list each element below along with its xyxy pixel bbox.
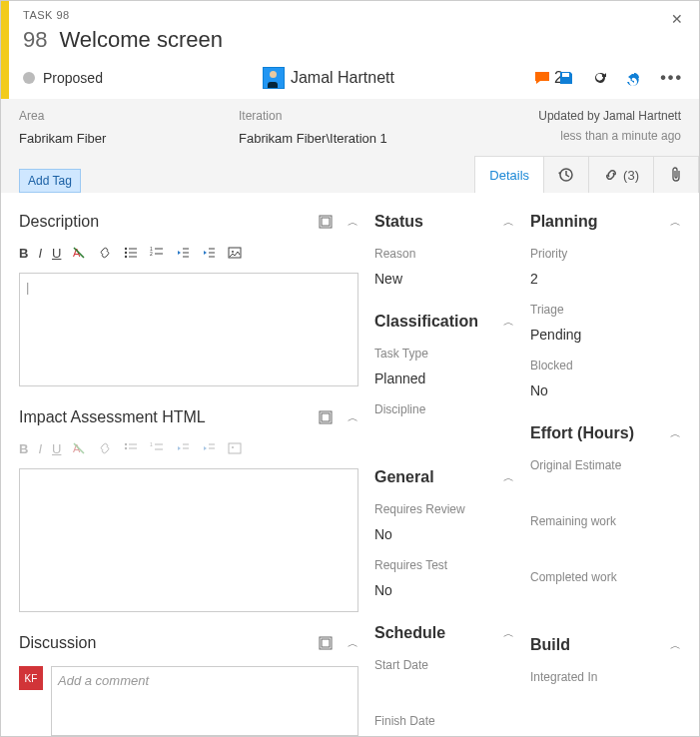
collapse-icon[interactable]: ︿ xyxy=(348,215,358,230)
schedule-heading: Schedule xyxy=(374,624,445,642)
underline-icon[interactable]: U xyxy=(52,246,61,261)
tab-history[interactable] xyxy=(544,156,589,193)
triage-value[interactable]: Pending xyxy=(530,327,681,343)
description-heading: Description xyxy=(19,213,99,231)
history-icon xyxy=(558,167,574,183)
tasktype-label: Task Type xyxy=(374,347,514,361)
svg-point-7 xyxy=(125,256,127,258)
tab-links[interactable]: (3) xyxy=(589,156,654,193)
description-toolbar: B I U A 12 xyxy=(19,245,358,261)
undo-icon[interactable] xyxy=(626,70,642,86)
collapse-icon[interactable]: ︿ xyxy=(670,215,681,230)
outdent-icon[interactable] xyxy=(175,440,191,456)
requires-review-label: Requires Review xyxy=(374,502,514,516)
general-heading: General xyxy=(374,468,434,486)
remaining-work-value[interactable] xyxy=(530,538,681,554)
requires-test-value[interactable]: No xyxy=(374,582,514,598)
svg-rect-24 xyxy=(322,413,330,421)
link-tool-icon[interactable] xyxy=(97,440,113,456)
blocked-label: Blocked xyxy=(530,359,681,372)
bold-icon[interactable]: B xyxy=(19,441,28,456)
bullet-list-icon[interactable] xyxy=(123,245,139,261)
original-estimate-value[interactable] xyxy=(530,482,681,498)
link-icon xyxy=(603,167,619,183)
status-heading: Status xyxy=(374,213,423,231)
completed-work-value[interactable] xyxy=(530,594,681,610)
discipline-value[interactable] xyxy=(374,426,514,442)
number-list-icon[interactable]: 1 xyxy=(149,440,165,456)
priority-label: Priority xyxy=(530,247,681,261)
description-editor[interactable]: | xyxy=(19,273,358,386)
impact-editor[interactable] xyxy=(19,468,358,612)
integrated-in-label: Integrated In xyxy=(530,670,681,684)
tab-details[interactable]: Details xyxy=(474,156,544,193)
links-count: (3) xyxy=(623,168,639,183)
image-icon[interactable] xyxy=(227,245,243,261)
collapse-icon[interactable]: ︿ xyxy=(670,638,681,653)
maximize-icon[interactable] xyxy=(318,635,334,651)
attachment-icon xyxy=(668,167,684,183)
discussion-heading: Discussion xyxy=(19,634,96,652)
close-icon[interactable]: ✕ xyxy=(671,11,683,27)
effort-heading: Effort (Hours) xyxy=(530,424,634,442)
iteration-label: Iteration xyxy=(239,109,387,123)
italic-icon[interactable]: I xyxy=(38,441,42,456)
indent-icon[interactable] xyxy=(201,440,217,456)
build-heading: Build xyxy=(530,636,570,654)
comment-input[interactable]: Add a comment xyxy=(51,666,358,736)
area-value[interactable]: Fabrikam Fiber xyxy=(19,131,209,146)
finish-date-label: Finish Date xyxy=(374,714,514,728)
tasktype-value[interactable]: Planned xyxy=(374,370,514,386)
collapse-icon[interactable]: ︿ xyxy=(503,470,514,485)
tab-attachments[interactable] xyxy=(654,156,699,193)
current-user-avatar: KF xyxy=(19,666,43,690)
svg-rect-38 xyxy=(229,443,241,453)
start-date-label: Start Date xyxy=(374,658,514,672)
updated-by: Updated by Jamal Hartnett xyxy=(538,109,681,123)
reason-value[interactable]: New xyxy=(374,271,514,287)
underline-icon[interactable]: U xyxy=(52,441,61,456)
svg-point-6 xyxy=(125,252,127,254)
collapse-icon[interactable]: ︿ xyxy=(503,626,514,641)
image-icon[interactable] xyxy=(227,440,243,456)
planning-heading: Planning xyxy=(530,213,598,231)
italic-icon[interactable]: I xyxy=(38,246,42,261)
svg-point-27 xyxy=(125,443,127,445)
collapse-icon[interactable]: ︿ xyxy=(503,315,514,330)
svg-point-5 xyxy=(125,248,127,250)
requires-review-value[interactable]: No xyxy=(374,526,514,542)
indent-icon[interactable] xyxy=(201,245,217,261)
area-label: Area xyxy=(19,109,209,123)
priority-value[interactable]: 2 xyxy=(530,271,681,287)
remove-format-icon[interactable]: A xyxy=(71,245,87,261)
impact-heading: Impact Assessment HTML xyxy=(19,408,206,426)
refresh-icon[interactable] xyxy=(592,70,608,86)
blocked-value[interactable]: No xyxy=(530,382,681,398)
updated-time: less than a minute ago xyxy=(538,129,681,143)
state-value[interactable]: Proposed xyxy=(43,70,103,86)
outdent-icon[interactable] xyxy=(175,245,191,261)
start-date-value[interactable] xyxy=(374,682,514,698)
more-actions-icon[interactable]: ••• xyxy=(660,69,683,87)
maximize-icon[interactable] xyxy=(318,214,334,230)
link-tool-icon[interactable] xyxy=(97,245,113,261)
collapse-icon[interactable]: ︿ xyxy=(348,636,358,651)
collapse-icon[interactable]: ︿ xyxy=(670,426,681,441)
assignee-field[interactable]: Jamal Hartnett xyxy=(263,67,394,89)
triage-label: Triage xyxy=(530,303,681,317)
collapse-icon[interactable]: ︿ xyxy=(503,215,514,230)
number-list-icon[interactable]: 12 xyxy=(149,245,165,261)
save-icon[interactable] xyxy=(558,70,574,86)
svg-point-28 xyxy=(125,447,127,449)
svg-rect-2 xyxy=(322,218,330,226)
task-title[interactable]: Welcome screen xyxy=(59,27,222,53)
maximize-icon[interactable] xyxy=(318,409,334,425)
remove-format-icon[interactable]: A xyxy=(71,440,87,456)
add-tag-button[interactable]: Add Tag xyxy=(19,169,81,193)
task-number: 98 xyxy=(23,27,47,53)
collapse-icon[interactable]: ︿ xyxy=(348,410,358,425)
bullet-list-icon[interactable] xyxy=(123,440,139,456)
svg-text:1: 1 xyxy=(150,441,153,447)
iteration-value[interactable]: Fabrikam Fiber\Iteration 1 xyxy=(239,131,387,146)
bold-icon[interactable]: B xyxy=(19,246,28,261)
